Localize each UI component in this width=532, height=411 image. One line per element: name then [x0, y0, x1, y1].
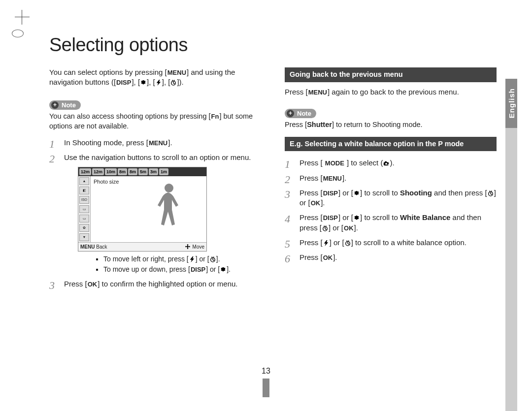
shutter-key: Shutter — [307, 121, 332, 128]
move-icon — [184, 244, 191, 250]
left-steps: In Shooting mode, press [MENU]. Use the … — [49, 138, 261, 289]
timer-icon — [344, 240, 351, 246]
ok-key: OK — [310, 199, 321, 208]
size-chip: 8m — [128, 168, 137, 175]
lcd-main: Photo size — [90, 176, 206, 242]
note-text: Press [Shutter] to return to Shooting mo… — [285, 120, 497, 130]
disp-key: DISP — [323, 189, 338, 198]
flash-icon — [323, 240, 330, 246]
ok-key: OK — [343, 224, 354, 233]
mode-key: MODE — [325, 159, 345, 168]
lcd-label: Photo size — [94, 178, 119, 186]
menu-key: MENU — [308, 88, 328, 97]
lcd-side-icons: ▲ ◧ ISO ▭ ▭ ✿ ▼ — [78, 176, 90, 242]
flower-icon — [140, 80, 147, 86]
step-6: Press [OK]. — [285, 253, 497, 262]
fn-key: Fn — [211, 112, 220, 121]
section-header: E.g. Selecting a white balance option in… — [285, 137, 497, 152]
note-text: You can also access shooting options by … — [49, 112, 261, 131]
disp-key: DISP — [190, 265, 206, 274]
page-number-wrap: 13 — [0, 367, 532, 397]
flower-icon — [220, 267, 227, 273]
step-1: Press [ MODE ] to select (). — [285, 158, 497, 168]
left-column: You can select options by pressing [MENU… — [49, 67, 261, 294]
step-1: In Shooting mode, press [MENU]. — [49, 138, 261, 148]
menu-key: MENU — [148, 139, 168, 148]
timer-icon — [209, 256, 216, 262]
flash-icon — [189, 256, 196, 262]
lcd-bottom: MENU Back Move — [78, 242, 206, 252]
lcd-top-bar: 12m 12m 10m 8m 8m 5m 3m 1m — [78, 167, 206, 176]
ok-key: OK — [87, 280, 98, 289]
size-chip: 12m — [92, 168, 104, 175]
disp-key: DISP — [116, 78, 132, 87]
page-number: 13 — [0, 367, 532, 376]
section-header: Going back to the previous menu — [285, 67, 497, 82]
step-3: Press [OK] to confirm the highlighted op… — [49, 279, 261, 289]
timer-icon — [487, 190, 494, 196]
flash-icon — [155, 80, 162, 86]
size-chip: 1m — [159, 168, 168, 175]
menu-key: MENU — [323, 174, 342, 183]
page-title: Selecting options — [49, 34, 502, 56]
size-chip: 3m — [149, 168, 158, 175]
timer-icon — [322, 225, 329, 231]
intro-text: You can select options by pressing [MENU… — [49, 67, 261, 88]
plus-icon: + — [51, 101, 59, 109]
step-2: Press [MENU]. — [285, 173, 497, 183]
right-column: Going back to the previous menu Press [M… — [285, 67, 497, 294]
bullet: To move left or right, press [] or []. — [103, 254, 261, 264]
step-4: Press [DISP] or [] to scroll to White Ba… — [285, 213, 497, 233]
size-chip: 12m — [79, 168, 91, 175]
size-chip: 10m — [105, 168, 117, 175]
move-bullets: To move left or right, press [] or []. T… — [78, 254, 261, 274]
right-steps: Press [ MODE ] to select (). Press [MENU… — [285, 158, 497, 262]
step-2: Use the navigation buttons to scroll to … — [49, 153, 261, 274]
back-text: Press [MENU] again to go back to the pre… — [285, 87, 497, 97]
disp-key: DISP — [323, 214, 338, 222]
lcd-screenshot: 12m 12m 10m 8m 8m 5m 3m 1m ▲ — [78, 167, 207, 252]
flower-icon — [353, 190, 360, 196]
plus-icon: + — [287, 110, 294, 117]
page-number-bar — [263, 379, 269, 397]
bullet: To move up or down, press [DISP] or []. — [103, 265, 261, 274]
menu-key: MENU — [167, 68, 187, 77]
timer-icon — [170, 80, 177, 86]
size-chip: 8m — [118, 168, 127, 175]
note-badge: + Note — [285, 109, 316, 119]
flower-icon — [353, 215, 360, 221]
note-badge: + Note — [49, 100, 81, 110]
size-chip: 5m — [138, 168, 148, 175]
ok-key: OK — [323, 253, 333, 262]
step-5: Press [] or [] to scroll to a white bala… — [285, 238, 497, 248]
person-icon — [149, 181, 189, 233]
step-3: Press [DISP] or [] to scroll to Shooting… — [285, 188, 497, 208]
camera-p-icon — [383, 160, 390, 166]
